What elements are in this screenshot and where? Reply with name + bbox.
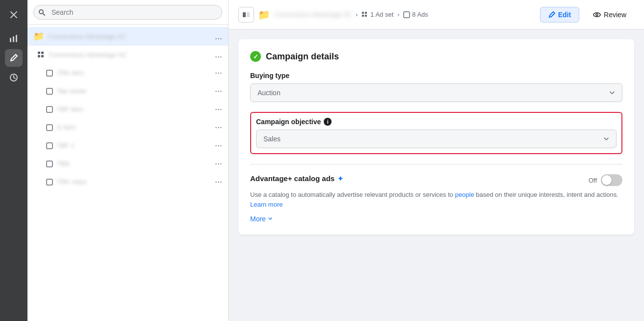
svg-rect-5	[38, 52, 40, 54]
buying-type-value: Auction	[258, 89, 281, 97]
breadcrumb-adset-label: 1 Ad set	[370, 11, 393, 18]
tree-ad-row[interactable]: TRK video ···	[27, 173, 228, 191]
svg-rect-6	[41, 52, 44, 54]
header-actions: Edit Review	[540, 7, 634, 23]
tree-area: 📁 Conversions Advantage AC ... Conversio…	[27, 25, 228, 321]
ad-label: TRK video	[57, 178, 211, 186]
breadcrumb-chevron-icon: ›	[356, 11, 358, 18]
svg-point-23	[593, 13, 600, 17]
buying-type-select[interactable]: Auction	[250, 83, 622, 102]
folder-icon: 📁	[33, 31, 44, 42]
ad-more-button[interactable]: ···	[215, 177, 222, 187]
review-button[interactable]: Review	[585, 7, 634, 22]
chevron-down-icon	[609, 90, 615, 96]
ad-more-button[interactable]: ···	[215, 159, 222, 169]
ad-icon	[46, 179, 53, 186]
main-body: ✓ Campaign details Buying type Auction C…	[229, 29, 644, 321]
ad-icon	[46, 88, 53, 95]
ad-icon	[46, 142, 53, 149]
breadcrumb-adset: 1 Ad set	[361, 11, 393, 18]
tree-ad-row[interactable]: TBF 1 ···	[27, 136, 228, 155]
campaign-details-card: ✓ Campaign details Buying type Auction C…	[238, 39, 634, 235]
sidebar-toggle-button[interactable]	[238, 7, 254, 23]
tree-campaign-row[interactable]: 📁 Conversions Advantage AC ...	[27, 27, 228, 46]
people-link[interactable]: people	[455, 191, 474, 198]
svg-rect-15	[47, 179, 52, 185]
tree-ad-row[interactable]: TBN ···	[27, 155, 228, 173]
svg-rect-10	[47, 88, 52, 94]
breadcrumb: 📁 Conversions Advantage AC › 1 Ad set › …	[238, 7, 428, 23]
main-content: 📁 Conversions Advantage AC › 1 Ad set › …	[229, 0, 644, 321]
svg-rect-12	[47, 125, 52, 131]
campaign-objective-label: Campaign objective i	[256, 118, 617, 126]
ad-more-button[interactable]: ···	[215, 86, 222, 96]
ad-label: TRK Item	[57, 69, 211, 77]
ad-icon	[46, 106, 53, 113]
svg-rect-16	[243, 12, 246, 17]
review-eye-icon	[593, 11, 601, 19]
learn-more-link[interactable]: Learn more	[250, 201, 283, 208]
svg-rect-0	[10, 38, 11, 42]
edit-pencil-icon	[548, 11, 555, 18]
advantage-description: Use a catalog to automatically advertise…	[250, 190, 622, 209]
advantage-toggle-label: Off	[589, 177, 597, 184]
ad-square-icon	[403, 11, 410, 18]
advantage-toggle-wrap: Off	[589, 174, 622, 186]
advantage-section: Advantage+ catalog ads ✦ Off Use a catal…	[250, 164, 622, 223]
breadcrumb-chevron-icon-2: ›	[397, 11, 399, 18]
buying-type-label: Buying type	[250, 72, 622, 80]
search-input-wrap	[33, 5, 222, 20]
sidebar-icon-panel	[0, 0, 27, 321]
review-button-label: Review	[604, 11, 626, 19]
search-input[interactable]	[33, 5, 222, 20]
ad-more-button[interactable]: ···	[215, 122, 222, 133]
success-check-icon: ✓	[250, 51, 261, 62]
chevron-down-small-icon	[268, 216, 273, 221]
breadcrumb-campaign-name: Conversions Advantage AC	[274, 11, 352, 18]
ad-label: TBF Item	[57, 106, 211, 113]
ad-more-button[interactable]: ···	[215, 104, 222, 114]
chart-icon-button[interactable]	[5, 29, 23, 47]
tree-ad-row[interactable]: Tab center ···	[27, 82, 228, 100]
clock-icon-button[interactable]	[5, 69, 23, 86]
tree-ad-row[interactable]: TRK Item ···	[27, 64, 228, 82]
svg-rect-21	[365, 15, 367, 17]
ad-more-button[interactable]: ···	[215, 68, 222, 78]
breadcrumb-ads: 8 Ads	[403, 11, 428, 18]
campaign-objective-select[interactable]: Sales	[256, 130, 617, 148]
campaign-objective-field: Campaign objective i Sales	[250, 112, 622, 154]
advantage-header: Advantage+ catalog ads ✦ Off	[250, 174, 622, 186]
card-title: ✓ Campaign details	[250, 51, 622, 62]
card-title-label: Campaign details	[266, 52, 339, 62]
tree-ad-row[interactable]: TBF Item ···	[27, 100, 228, 118]
tree-adset-row[interactable]: Conversions Advantage AC ...	[27, 46, 228, 64]
ad-label: TBF 1	[57, 142, 211, 149]
campaign-more-button[interactable]: ...	[215, 31, 222, 42]
sparkle-icon: ✦	[337, 175, 343, 183]
svg-rect-17	[247, 12, 250, 17]
advantage-toggle[interactable]	[601, 174, 622, 186]
info-icon: i	[324, 118, 332, 126]
ad-icon	[46, 70, 53, 77]
svg-point-24	[596, 14, 598, 16]
breadcrumb-folder-icon: 📁	[258, 9, 270, 21]
tree-ad-row[interactable]: G Item ···	[27, 118, 228, 136]
more-link[interactable]: More	[250, 215, 622, 223]
edit-button[interactable]: Edit	[540, 7, 579, 23]
ad-more-button[interactable]: ···	[215, 140, 222, 151]
chevron-down-icon	[603, 136, 609, 142]
buying-type-field: Buying type Auction	[250, 72, 622, 102]
search-bar	[27, 0, 228, 25]
svg-rect-1	[13, 36, 14, 42]
adset-grid-icon-small	[361, 11, 368, 18]
edit-icon-button[interactable]	[5, 49, 23, 67]
ad-label: TBN	[57, 160, 211, 167]
campaign-objective-value: Sales	[263, 135, 281, 143]
edit-button-label: Edit	[558, 11, 571, 19]
adset-more-button[interactable]: ...	[215, 50, 222, 60]
search-icon	[38, 9, 45, 16]
svg-rect-11	[47, 107, 52, 112]
close-button[interactable]	[5, 6, 23, 24]
ad-icon	[46, 124, 53, 131]
adset-grid-icon	[37, 51, 45, 59]
